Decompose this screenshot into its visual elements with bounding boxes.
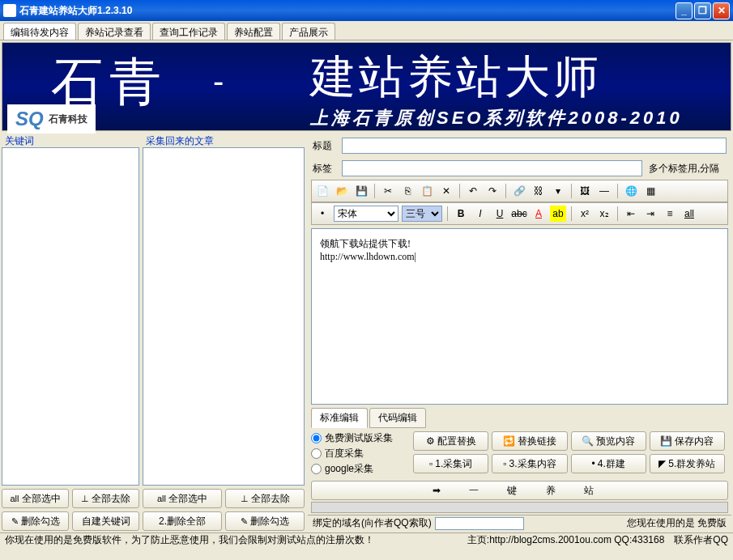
footer-warning: 你现在使用的是免费版软件，为了防止恶意使用，我们会限制对测试站点的注册次数！ [5, 533, 374, 547]
group-send-button[interactable]: ◤5.群发养站 [650, 454, 725, 473]
replace-link-button[interactable]: 🔁替换链接 [492, 431, 567, 451]
step5-icon: ◤ [658, 458, 666, 469]
indent-icon[interactable]: ⇥ [642, 206, 658, 222]
chain-icon[interactable]: 🌐 [623, 183, 639, 199]
save-content-button[interactable]: 💾保存内容 [650, 431, 725, 451]
all-icon: all [10, 494, 19, 503]
link-icon[interactable]: 🔗 [511, 183, 527, 199]
dropdown-icon[interactable]: ▾ [550, 183, 566, 199]
config-replace-button[interactable]: ⚙配置替换 [413, 431, 488, 451]
group-button[interactable]: •4.群建 [571, 454, 646, 473]
all-icon[interactable]: all [681, 206, 697, 222]
keyword-list[interactable] [2, 147, 139, 486]
domain-input[interactable] [435, 517, 524, 530]
articles-label: 采集回来的文章 [143, 134, 305, 147]
subscript-icon[interactable]: x₂ [596, 206, 612, 222]
open-icon[interactable]: 📂 [334, 183, 350, 199]
editor-mode-tabs: 标准编辑 代码编辑 [311, 408, 728, 428]
bold-icon[interactable]: B [453, 206, 469, 222]
contact-author-link[interactable]: 联系作者QQ [674, 533, 728, 547]
delete-checked-keywords-button[interactable]: ✎删除勾选 [2, 511, 69, 531]
articles-list[interactable] [143, 147, 305, 486]
tab-code-edit[interactable]: 代码编辑 [369, 408, 426, 428]
select-all-articles-button[interactable]: all全部选中 [143, 489, 222, 508]
unlink-icon[interactable]: ⛓ [531, 183, 547, 199]
remove-all-keywords-button[interactable]: ⊥全部去除 [72, 489, 139, 508]
search-icon: 🔍 [582, 435, 594, 447]
footer-bar: 你现在使用的是免费版软件，为了防止恶意使用，我们会限制对测试站点的注册次数！ 主… [0, 532, 733, 547]
preview-button[interactable]: 🔍预览内容 [571, 431, 646, 451]
all-icon: all [157, 494, 166, 503]
tab-standard-edit[interactable]: 标准编辑 [311, 408, 368, 428]
banner-dash: - [213, 63, 224, 100]
outdent-icon[interactable]: ⇤ [623, 206, 639, 222]
radio-free-test[interactable]: 免费测试版采集 [311, 431, 408, 445]
main-tabbar: 编辑待发内容 养站记录查看 查询工作记录 养站配置 产品展示 [0, 21, 733, 40]
remove-all-articles-button[interactable]: ⊥全部去除 [225, 489, 305, 508]
table-icon[interactable]: ▦ [642, 183, 658, 199]
undo-icon[interactable]: ↶ [465, 183, 481, 199]
pencil-icon: ✎ [11, 516, 19, 527]
underline-icon[interactable]: U [492, 206, 508, 222]
paste-icon[interactable]: 📋 [419, 183, 435, 199]
banner-subtitle: 上海石青原创SEO系列软件2008-2010 [310, 106, 683, 130]
cut-icon[interactable]: ✂ [380, 183, 396, 199]
collect-word-button[interactable]: ▫1.采集词 [413, 454, 488, 473]
font-select[interactable]: 宋体 [334, 206, 398, 222]
step4-icon: • [592, 458, 595, 469]
one-key-button[interactable]: ➡ 一 键 养 站 [311, 481, 728, 500]
window-titlebar: 石青建站养站大师1.2.3.10 _ ❐ ✕ [0, 0, 733, 21]
select-all-keywords-button[interactable]: all全部选中 [2, 489, 69, 508]
collect-source-radios: 免费测试版采集 百度采集 google采集 [311, 431, 408, 476]
save-icon: 💾 [660, 435, 672, 447]
keyword-label: 关键词 [2, 134, 139, 147]
italic-icon[interactable]: I [472, 206, 488, 222]
tag-input[interactable] [342, 160, 642, 176]
close-button[interactable]: ✕ [713, 2, 730, 19]
pencil-icon: ✎ [241, 516, 248, 527]
step1-icon: ▫ [429, 458, 433, 469]
copy-icon[interactable]: ⎘ [399, 183, 416, 199]
size-select[interactable]: 三号 [402, 206, 442, 222]
save-icon[interactable]: 💾 [353, 183, 369, 199]
align-icon[interactable]: ≡ [662, 206, 678, 222]
title-label: 标题 [313, 139, 335, 153]
image-icon[interactable]: 🖼 [577, 183, 593, 199]
title-input[interactable] [342, 138, 727, 154]
hr-icon[interactable]: ― [596, 183, 612, 199]
logo-sq: SQ [15, 108, 44, 130]
highlight-icon[interactable]: ab [550, 206, 566, 222]
clear-icon: ⊥ [81, 494, 89, 504]
redo-icon[interactable]: ↷ [484, 183, 501, 199]
gear-icon: ⚙ [426, 435, 435, 447]
self-keyword-button[interactable]: 自建关键词 [72, 511, 139, 531]
bullet-icon[interactable]: • [314, 206, 330, 222]
tab-record-view[interactable]: 养站记录查看 [78, 23, 151, 40]
tag-hint: 多个标签用,分隔 [649, 162, 727, 176]
footer-homepage: 主页:http://blog2cms.2001ou.com QQ:433168 [467, 533, 664, 547]
delete-icon[interactable]: ✕ [438, 183, 454, 199]
radio-google[interactable]: google采集 [311, 462, 408, 476]
tab-query-log[interactable]: 查询工作记录 [152, 23, 225, 40]
tab-config[interactable]: 养站配置 [227, 23, 280, 40]
horizontal-scrollbar[interactable] [311, 502, 728, 513]
banner-title-2: 建站养站大师 [310, 47, 602, 108]
minimize-button[interactable]: _ [675, 2, 693, 19]
tab-products[interactable]: 产品展示 [282, 23, 335, 40]
fontcolor-icon[interactable]: A [531, 206, 547, 222]
tab-edit-content[interactable]: 编辑待发内容 [3, 23, 76, 40]
version-text: 您现在使用的是 免费版 [627, 516, 727, 530]
delete-all-articles-button[interactable]: 2.删除全部 [143, 511, 222, 531]
collect-content-button[interactable]: ▫3.采集内容 [492, 454, 567, 473]
maximize-button[interactable]: ❐ [694, 2, 711, 19]
step3-icon: ▫ [503, 458, 506, 469]
replace-icon: 🔁 [503, 435, 515, 447]
new-icon[interactable]: 📄 [314, 183, 330, 199]
delete-checked-articles-button[interactable]: ✎删除勾选 [225, 511, 305, 531]
superscript-icon[interactable]: x² [577, 206, 593, 222]
status-bar: 绑定的域名(向作者QQ索取) 您现在使用的是 免费版 [308, 515, 731, 531]
radio-baidu[interactable]: 百度采集 [311, 447, 408, 460]
strike-icon[interactable]: abc [511, 206, 527, 222]
window-title: 石青建站养站大师1.2.3.10 [19, 4, 674, 18]
content-editor[interactable]: 领航下载站提供下载! http://www.lhdown.com| [311, 228, 728, 405]
